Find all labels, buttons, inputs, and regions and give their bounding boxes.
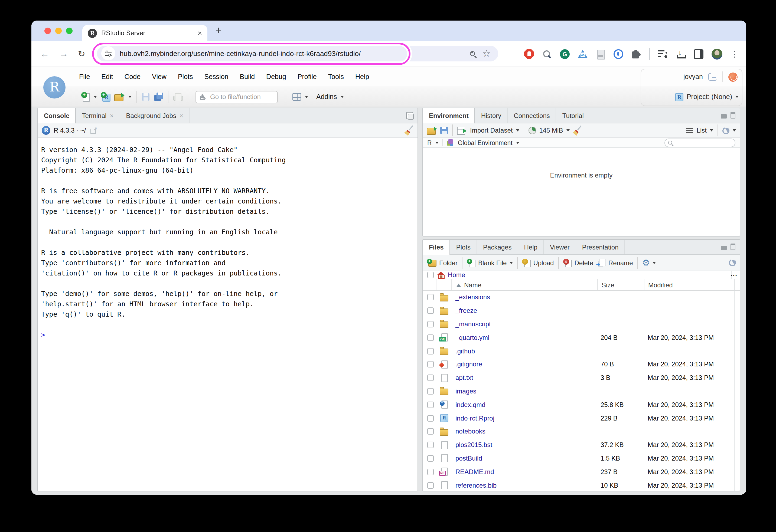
open-in-new-icon[interactable] bbox=[90, 127, 96, 134]
pane-tab[interactable]: Presentation bbox=[576, 240, 625, 254]
reader-extension-icon[interactable] bbox=[596, 49, 605, 59]
column-header-size[interactable]: Size bbox=[602, 279, 614, 291]
file-name-link[interactable]: _extensions bbox=[455, 294, 490, 301]
file-name-link[interactable]: references.bib bbox=[455, 481, 497, 489]
menubar-item[interactable]: File bbox=[79, 73, 90, 81]
environment-caret-icon[interactable] bbox=[516, 142, 520, 144]
file-name-link[interactable]: index.qmd bbox=[455, 401, 486, 409]
new-project-button[interactable] bbox=[101, 92, 111, 102]
file-checkbox[interactable] bbox=[427, 307, 434, 314]
file-checkbox[interactable] bbox=[427, 469, 434, 475]
environment-selector[interactable]: Global Environment bbox=[458, 140, 513, 146]
project-caret-icon[interactable] bbox=[735, 96, 739, 98]
pane-tab[interactable]: Viewer bbox=[544, 240, 576, 254]
profile-avatar[interactable] bbox=[712, 48, 722, 59]
pane-tab[interactable]: Background Jobs × bbox=[120, 108, 190, 123]
file-checkbox[interactable] bbox=[427, 374, 434, 381]
pane-layout-button[interactable] bbox=[293, 93, 301, 101]
file-checkbox[interactable] bbox=[427, 321, 434, 327]
file-checkbox[interactable] bbox=[427, 482, 434, 488]
select-all-checkbox[interactable] bbox=[427, 272, 434, 278]
pane-tab[interactable]: Connections bbox=[508, 108, 556, 123]
pane-tab[interactable]: Environment bbox=[423, 108, 475, 123]
pane-tab[interactable]: Tutorial bbox=[556, 108, 590, 123]
file-row[interactable]: index.qmd 25.8 KB Mar 20, 2024, 3:13 PM bbox=[423, 398, 740, 412]
url-text[interactable]: hub.ovh2.mybinder.org/user/mine-cetinkay… bbox=[120, 49, 361, 57]
grammarly-extension-icon[interactable]: G bbox=[560, 49, 570, 59]
menubar-item[interactable]: View bbox=[152, 73, 167, 81]
file-name-link[interactable]: .github bbox=[455, 347, 475, 355]
breadcrumb-home-link[interactable]: Home bbox=[448, 271, 465, 279]
file-name-link[interactable]: _manuscript bbox=[455, 320, 491, 328]
upload-button[interactable]: Upload bbox=[522, 258, 554, 267]
blank-file-button[interactable]: Blank File bbox=[467, 258, 513, 267]
adblock-extension-icon[interactable] bbox=[524, 49, 534, 59]
file-name-link[interactable]: plos2015.bst bbox=[455, 441, 492, 449]
file-name-link[interactable]: README.md bbox=[455, 468, 494, 476]
path-more-button[interactable]: ... bbox=[731, 270, 738, 278]
language-caret-icon[interactable] bbox=[436, 142, 439, 144]
refresh-files-icon[interactable] bbox=[728, 258, 737, 267]
save-button[interactable] bbox=[142, 93, 150, 101]
file-checkbox[interactable] bbox=[427, 428, 434, 435]
file-checkbox[interactable] bbox=[427, 402, 434, 408]
bookmark-star-icon[interactable]: ☆ bbox=[482, 49, 491, 58]
new-file-caret-icon[interactable] bbox=[94, 96, 97, 98]
file-row[interactable]: .gitignore 70 B Mar 20, 2024, 3:13 PM bbox=[423, 358, 740, 371]
maximize-pane-icon[interactable] bbox=[731, 244, 735, 250]
file-row[interactable]: references.bib 10 KB Mar 20, 2024, 3:13 … bbox=[423, 478, 740, 491]
open-recent-caret-icon[interactable] bbox=[128, 96, 132, 98]
menubar-item[interactable]: Tools bbox=[328, 73, 344, 81]
quit-session-button[interactable] bbox=[728, 72, 738, 81]
file-name-link[interactable]: notebooks bbox=[455, 428, 486, 436]
save-workspace-icon[interactable] bbox=[440, 126, 448, 134]
file-name-link[interactable]: apt.txt bbox=[455, 374, 473, 381]
file-row[interactable]: images bbox=[423, 384, 740, 398]
file-checkbox[interactable] bbox=[427, 334, 434, 341]
pane-layout-caret-icon[interactable] bbox=[305, 96, 308, 98]
column-header-name[interactable]: Name bbox=[456, 279, 481, 291]
load-workspace-icon[interactable] bbox=[427, 126, 437, 135]
file-name-link[interactable]: .gitignore bbox=[455, 361, 482, 368]
file-row[interactable]: plos2015.bst 37.2 KB Mar 20, 2024, 3:13 … bbox=[423, 438, 740, 452]
menubar-item[interactable]: Session bbox=[204, 73, 228, 81]
maximize-pane-icon[interactable] bbox=[731, 112, 735, 118]
file-checkbox[interactable] bbox=[427, 361, 434, 368]
file-row[interactable]: _freeze bbox=[423, 304, 740, 318]
axe-extension-icon[interactable] bbox=[578, 49, 588, 59]
site-settings-button[interactable] bbox=[101, 46, 115, 60]
file-row[interactable]: notebooks bbox=[423, 425, 740, 438]
save-all-button[interactable] bbox=[153, 92, 163, 101]
side-panel-icon[interactable] bbox=[694, 49, 704, 59]
file-name-link[interactable]: _freeze bbox=[455, 307, 477, 314]
file-name-link[interactable]: postBuild bbox=[455, 455, 482, 462]
tab-close-icon[interactable]: × bbox=[198, 29, 202, 37]
more-options-button[interactable]: ⚙ bbox=[642, 258, 656, 267]
menubar-item[interactable]: Debug bbox=[266, 73, 286, 81]
file-row[interactable]: postBuild 1.5 KB Mar 20, 2024, 3:13 PM bbox=[423, 452, 740, 465]
rename-button[interactable]: Rename bbox=[596, 259, 633, 267]
file-checkbox[interactable] bbox=[427, 415, 434, 421]
file-row[interactable]: _quarto.yml 204 B Mar 20, 2024, 3:13 PM bbox=[423, 331, 740, 344]
pane-tab[interactable]: Console bbox=[38, 108, 76, 123]
pane-tab[interactable]: Help bbox=[518, 240, 544, 254]
import-dataset-caret-icon[interactable] bbox=[516, 129, 519, 131]
file-row[interactable]: _extensions bbox=[423, 291, 740, 304]
refresh-caret-icon[interactable] bbox=[733, 129, 736, 131]
pane-tab[interactable]: Terminal × bbox=[76, 108, 120, 123]
onepassword-extension-icon[interactable] bbox=[613, 49, 623, 59]
menubar-item[interactable]: Edit bbox=[101, 73, 113, 81]
menubar-item[interactable]: Plots bbox=[178, 73, 193, 81]
file-row[interactable]: apt.txt 3 B Mar 20, 2024, 3:13 PM bbox=[423, 371, 740, 385]
open-file-button[interactable] bbox=[114, 92, 125, 101]
new-file-button[interactable] bbox=[81, 92, 90, 102]
menubar-item[interactable]: Build bbox=[240, 73, 255, 81]
detective-extension-icon[interactable] bbox=[542, 49, 552, 59]
address-bar[interactable]: hub.ovh2.mybinder.org/user/mine-cetinkay… bbox=[97, 45, 498, 61]
environment-search-input[interactable] bbox=[664, 138, 735, 147]
print-button[interactable] bbox=[173, 93, 182, 101]
refresh-environment-icon[interactable] bbox=[721, 126, 730, 135]
console-prompt[interactable]: > bbox=[41, 330, 417, 340]
new-tab-button[interactable]: + bbox=[215, 24, 221, 36]
file-checkbox[interactable] bbox=[427, 294, 434, 301]
